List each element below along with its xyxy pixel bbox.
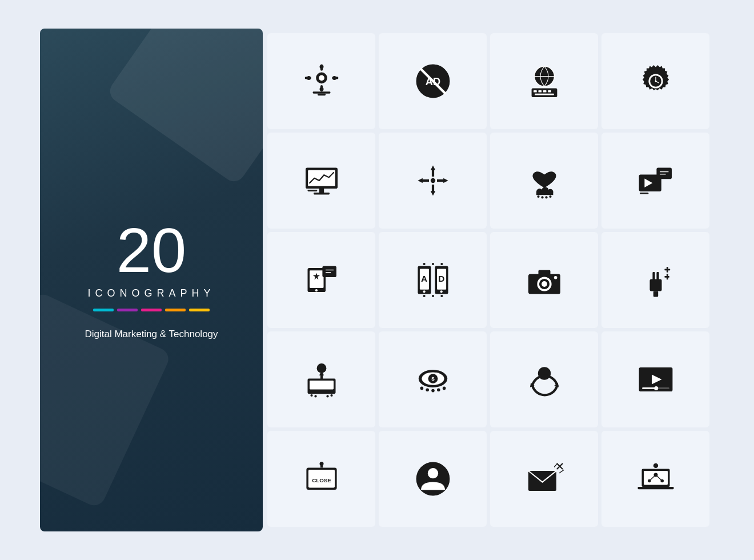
svg-point-78 [423, 295, 425, 297]
svg-rect-119 [642, 387, 656, 389]
color-bar-cyan [93, 309, 114, 311]
mobile-ad-icon: A D [413, 260, 453, 300]
svg-line-132 [554, 463, 557, 467]
svg-point-80 [440, 295, 443, 297]
svg-point-1 [319, 75, 324, 81]
svg-point-110 [431, 389, 435, 393]
subtitle: Digital Marketing & Technology [85, 327, 218, 341]
email-send-icon [524, 459, 564, 499]
svg-point-141 [653, 463, 657, 468]
svg-point-102 [326, 395, 328, 397]
svg-point-112 [442, 387, 446, 390]
svg-rect-90 [653, 291, 657, 297]
icon-cell-video-player [601, 331, 709, 427]
color-bar-orange [165, 309, 186, 311]
svg-rect-24 [535, 94, 554, 95]
icon-cell-desktop-analytics [267, 133, 375, 229]
svg-point-100 [310, 394, 312, 397]
icon-cell-tablet-message [267, 232, 375, 328]
svg-point-50 [545, 196, 547, 198]
move-directions-icon [413, 161, 453, 201]
svg-point-86 [554, 276, 557, 279]
icon-cell-cloud-heart [490, 133, 598, 229]
user-refresh-icon [524, 359, 564, 399]
svg-point-75 [423, 263, 425, 265]
iconography-label: ICONOGRAPHY [85, 287, 218, 299]
icon-cell-user-circle [379, 431, 487, 527]
gear-time-icon [636, 61, 676, 101]
icon-cell-network-settings [267, 33, 375, 129]
svg-rect-11 [318, 94, 326, 96]
svg-point-48 [537, 195, 539, 198]
svg-point-103 [330, 394, 332, 397]
icon-cell-plug-power [601, 232, 709, 328]
svg-rect-21 [538, 90, 542, 93]
icon-cell-email-send [490, 431, 598, 527]
svg-point-77 [440, 263, 443, 265]
svg-rect-82 [538, 270, 550, 276]
svg-rect-22 [543, 90, 546, 93]
svg-point-61 [315, 289, 317, 291]
svg-point-8 [307, 76, 311, 80]
svg-point-126 [416, 462, 450, 496]
video-message-icon [636, 161, 676, 201]
svg-line-131 [559, 470, 563, 473]
svg-rect-10 [312, 91, 330, 94]
svg-point-111 [437, 388, 440, 391]
icon-cell-video-message [601, 133, 709, 229]
svg-point-79 [431, 295, 434, 297]
global-keyboard-icon [524, 61, 564, 101]
svg-point-127 [427, 468, 438, 478]
svg-point-6 [319, 65, 323, 69]
icon-cell-camera [490, 232, 598, 328]
svg-rect-23 [548, 90, 551, 93]
svg-rect-20 [534, 90, 537, 93]
dollar-eye-icon: $ [413, 359, 453, 399]
svg-rect-94 [666, 274, 668, 280]
icon-cell-mobile-ad: A D [379, 232, 487, 328]
icon-cell-global-keyboard [490, 33, 598, 129]
svg-point-9 [332, 76, 336, 80]
icon-cell-ad-block: AD [379, 33, 487, 129]
desktop-analytics-icon [302, 161, 342, 201]
svg-rect-33 [314, 193, 330, 195]
svg-rect-87 [649, 279, 661, 291]
icon-cell-laptop-network [601, 431, 709, 527]
svg-rect-89 [656, 272, 659, 280]
color-bar-yellow [189, 309, 210, 311]
user-circle-icon [413, 459, 453, 499]
icon-cell-gear-time [601, 33, 709, 129]
svg-point-101 [314, 395, 316, 397]
svg-rect-63 [322, 266, 336, 278]
left-panel: 20 ICONOGRAPHY Digital Marketing & Techn… [40, 29, 263, 531]
svg-rect-122 [320, 463, 322, 467]
svg-rect-39 [431, 185, 434, 192]
svg-rect-99 [320, 375, 322, 379]
svg-rect-19 [531, 89, 557, 97]
close-sign-icon: CLOSE [302, 459, 342, 499]
plug-power-icon [636, 260, 676, 300]
icon-cell-user-refresh [490, 331, 598, 427]
svg-point-76 [431, 263, 434, 265]
svg-text:D: D [438, 274, 444, 283]
icon-count: 20 [85, 219, 218, 282]
svg-rect-34 [307, 190, 317, 191]
svg-rect-58 [640, 193, 648, 194]
tablet-message-icon [302, 260, 342, 300]
icon-cell-dollar-eye: $ [379, 331, 487, 427]
svg-rect-88 [652, 272, 655, 280]
left-content: 20 ICONOGRAPHY Digital Marketing & Techn… [67, 202, 235, 358]
icon-cell-inbox-upload [267, 331, 375, 427]
svg-point-120 [654, 386, 658, 390]
svg-rect-41 [422, 179, 429, 182]
svg-point-69 [423, 290, 425, 293]
svg-rect-92 [666, 267, 668, 273]
svg-point-49 [541, 196, 543, 198]
color-bar-magenta [141, 309, 162, 311]
svg-point-51 [549, 195, 551, 198]
cloud-heart-icon [524, 161, 564, 201]
svg-point-7 [319, 87, 323, 91]
ad-block-icon: AD [413, 61, 453, 101]
video-player-icon [636, 359, 676, 399]
main-container: 20 ICONOGRAPHY Digital Marketing & Techn… [40, 29, 714, 531]
